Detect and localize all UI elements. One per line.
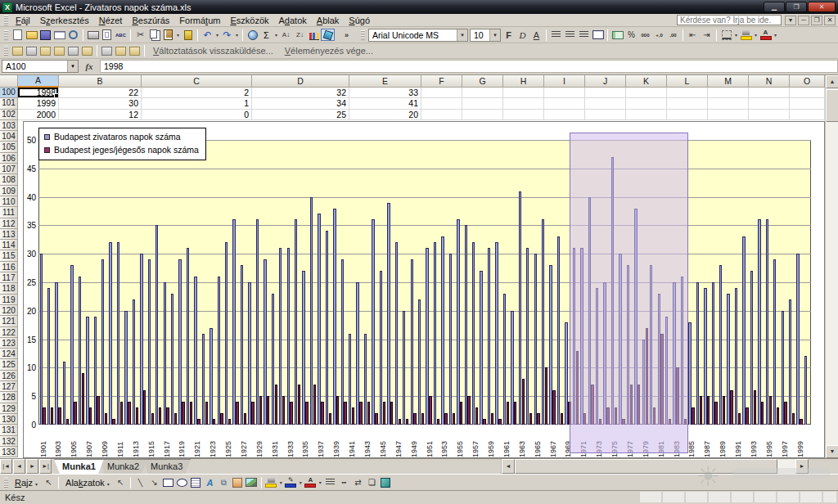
horizontal-scroll-thumb[interactable] [515,459,777,474]
toolbar-options-icon[interactable]: » [340,29,354,41]
row-header-118[interactable]: 118 [0,283,18,294]
font-color-icon[interactable] [759,29,773,41]
row-header-106[interactable]: 106 [0,153,18,164]
row-header-109[interactable]: 109 [0,186,18,196]
book-restore-icon[interactable]: ❐ [811,16,822,25]
bold-icon[interactable] [502,29,516,41]
scroll-left-icon[interactable]: ◄ [502,459,515,474]
cell-O101[interactable] [790,98,825,109]
diagram-icon[interactable] [217,476,231,488]
search-icon[interactable] [66,29,80,41]
dropdown-arrow-icon[interactable]: ▾ [278,479,284,485]
chevron-down-icon[interactable]: ▼ [67,61,78,72]
mail-recipient-icon[interactable] [128,45,142,57]
cell-A101[interactable]: 1999 [18,98,59,109]
question-input[interactable] [677,15,782,25]
column-header-O[interactable]: O [790,75,825,88]
row-header-120[interactable]: 120 [0,305,18,316]
row-header-117[interactable]: 117 [0,272,18,283]
font-name-combo[interactable]: Arial Unicode MS ▼ [368,29,468,42]
merge-center-icon[interactable] [591,29,605,41]
cell-M101[interactable] [708,98,749,109]
cell-O100[interactable] [790,88,825,98]
currency-icon[interactable] [610,29,624,41]
insert-columns-icon[interactable] [52,45,66,57]
cell-G100[interactable] [462,88,503,98]
percent-icon[interactable] [624,29,638,41]
row-header-104[interactable]: 104 [0,131,18,142]
draw-rect-icon[interactable] [161,476,175,488]
paste-special-icon[interactable] [114,45,128,57]
select-objects-icon[interactable] [114,476,128,488]
cell-G101[interactable] [462,98,503,109]
form-checkbox-icon[interactable] [100,45,114,57]
font-color-icon[interactable] [304,476,318,488]
dash-style-icon[interactable] [337,476,351,488]
close-icon[interactable]: ✕ [808,2,836,12]
cell-C102[interactable]: 0 [142,110,252,120]
cell-E102[interactable]: 20 [349,110,421,120]
cell-F102[interactable] [421,110,462,120]
cell-C101[interactable]: 1 [142,98,252,109]
toolbar-grip[interactable] [4,16,8,25]
cell-B100[interactable]: 22 [59,88,142,98]
cell-N101[interactable] [749,98,790,109]
row-header-100[interactable]: 100 [0,88,18,98]
select-all-corner[interactable] [0,75,18,88]
cell-I100[interactable] [544,88,585,98]
toolbar-grip[interactable] [361,30,365,40]
print-icon[interactable] [86,29,100,41]
open-folder-icon[interactable] [25,29,38,41]
cell-K102[interactable] [626,110,667,120]
draw-arrow-icon[interactable] [147,476,161,488]
menu-ablak[interactable]: Ablak [312,15,345,26]
insert-picture-icon[interactable] [245,476,259,488]
decrease-decimal-icon[interactable] [666,29,680,41]
wordart-icon[interactable] [203,476,217,488]
row-header-133[interactable]: 133 [0,447,18,457]
row-header-129[interactable]: 129 [0,403,18,414]
prev-sheet-icon[interactable]: ◄ [13,459,25,474]
row-header-130[interactable]: 130 [0,414,18,425]
row-header-110[interactable]: 110 [0,196,18,207]
row-header-113[interactable]: 113 [0,229,18,240]
line-style-icon[interactable] [323,476,337,488]
book-close-icon[interactable]: ✕ [824,16,836,25]
menu-adatok[interactable]: Adatok [274,15,312,26]
menu-súgó[interactable]: Súgó [344,15,375,26]
cell-H101[interactable] [503,98,544,109]
cell-K100[interactable] [626,88,667,98]
toolbar-grip[interactable] [4,478,8,488]
row-header-115[interactable]: 115 [0,250,18,261]
fill-color-icon[interactable] [739,29,753,41]
font-size-combo[interactable]: 10 ▼ [470,29,501,42]
redo-icon[interactable] [220,29,234,41]
cell-D102[interactable]: 25 [252,110,349,120]
cell-L102[interactable] [667,110,708,120]
increase-indent-icon[interactable] [700,29,714,41]
cell-L101[interactable] [667,98,708,109]
row-header-108[interactable]: 108 [0,174,18,185]
drawing-toggle-icon[interactable] [321,29,335,41]
column-header-H[interactable]: H [503,75,544,88]
horizontal-scrollbar[interactable]: ◄ ► [501,459,809,474]
dropdown-arrow-icon[interactable]: ▾ [234,32,240,38]
cell-E100[interactable]: 33 [349,88,421,98]
menu-formátum[interactable]: Formátum [174,15,225,26]
dropdown-arrow-icon[interactable]: ▾ [298,479,304,485]
menu-beszúrás[interactable]: Beszúrás [127,15,174,26]
cell-J101[interactable] [585,98,626,109]
row-header-128[interactable]: 128 [0,392,18,403]
row-header-116[interactable]: 116 [0,262,18,272]
select-objects-icon[interactable] [42,476,56,488]
align-center-icon[interactable] [563,29,577,41]
row-header-126[interactable]: 126 [0,371,18,381]
cell-I102[interactable] [544,110,585,120]
cell-M100[interactable] [708,88,749,98]
clip-art-icon[interactable] [231,476,245,488]
cell-F100[interactable] [421,88,462,98]
row-header-121[interactable]: 121 [0,316,18,326]
embedded-chart[interactable]: 05101520253035404550 1901190319051907190… [23,121,825,458]
insert-function-icon[interactable]: fx [79,61,100,71]
row-header-112[interactable]: 112 [0,218,18,229]
